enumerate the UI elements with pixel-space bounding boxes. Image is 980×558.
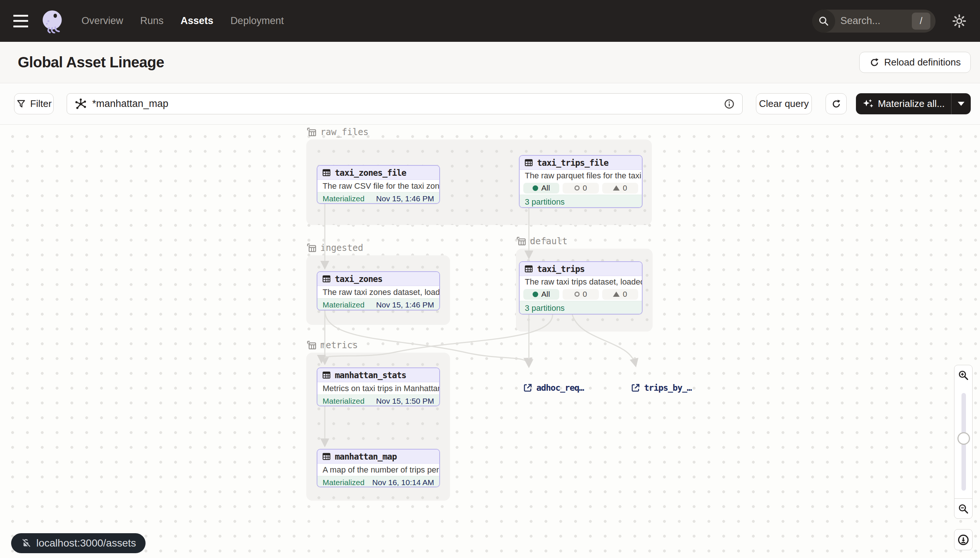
external-asset-name: trips_by_…: [644, 383, 692, 392]
asset-node-taxi-zones[interactable]: taxi_zones The raw taxi zones dataset, l…: [317, 271, 440, 310]
status-badge: Materialized: [323, 300, 364, 309]
lineage-canvas[interactable]: raw_files ingested default metrics: [0, 125, 980, 558]
partition-badge-missing[interactable]: 0: [563, 183, 598, 194]
zoom-in-button[interactable]: [954, 365, 973, 385]
group-label-raw-files[interactable]: raw_files: [306, 127, 369, 137]
search-icon: [812, 10, 835, 33]
asset-node-taxi-trips-file[interactable]: taxi_trips_file The raw parquet files fo…: [519, 155, 642, 208]
partition-badge-failed[interactable]: 0: [602, 289, 638, 300]
group-name: ingested: [320, 243, 363, 253]
partition-badge-all[interactable]: All: [523, 183, 559, 194]
graph-query-icon: [74, 98, 87, 110]
partition-badge-failed[interactable]: 0: [602, 183, 638, 194]
nav-item-overview[interactable]: Overview: [81, 15, 124, 27]
failed-triangle-icon: [613, 185, 619, 190]
hamburger-menu-icon[interactable]: [13, 15, 28, 27]
zoom-in-icon: [958, 370, 969, 381]
partition-badge-label: All: [541, 184, 550, 192]
materialize-all-main[interactable]: Materialize all...: [856, 93, 952, 114]
table-icon: [322, 168, 331, 177]
zoom-slider[interactable]: [954, 385, 973, 499]
page-header: Global Asset Lineage Reload definitions: [0, 42, 980, 83]
chevron-down-icon: [958, 102, 964, 106]
group-label-default[interactable]: default: [516, 236, 567, 246]
partitions-count: 3 partitions: [520, 301, 642, 315]
zoom-out-button[interactable]: [954, 499, 973, 519]
nav-links: Overview Runs Assets Deployment: [81, 15, 284, 27]
status-badge: Materialized: [323, 397, 364, 405]
asset-name: taxi_trips_file: [537, 158, 608, 167]
top-nav-bar: Overview Runs Assets Deployment Search..…: [0, 0, 980, 42]
lineage-toolbar: Filter *manhattan_map Clear query: [0, 83, 980, 125]
asset-node-manhattan-map[interactable]: manhattan_map A map of the number of tri…: [317, 449, 440, 487]
partition-badge-all[interactable]: All: [523, 289, 559, 300]
group-layers-icon: [306, 127, 317, 137]
search-input[interactable]: Search... /: [812, 10, 936, 33]
gear-icon[interactable]: [952, 14, 967, 28]
group-name: raw_files: [320, 127, 369, 137]
group-name: default: [530, 236, 567, 246]
sparkle-icon: [862, 98, 873, 110]
partition-badge-missing[interactable]: 0: [563, 289, 598, 300]
filter-funnel-icon: [16, 99, 26, 109]
nav-item-deployment[interactable]: Deployment: [231, 15, 284, 27]
group-layers-icon: [516, 236, 526, 246]
status-url-text: localhost:3000/assets: [36, 537, 136, 549]
info-icon[interactable]: [724, 98, 735, 110]
asset-description: A map of the number of trips per taxi z.…: [318, 464, 439, 476]
asset-node-manhattan-stats[interactable]: manhattan_stats Metrics on taxi trips in…: [317, 368, 440, 406]
search-placeholder: Search...: [840, 15, 912, 27]
filter-button-label: Filter: [30, 98, 52, 110]
materialized-dot-icon: [533, 185, 538, 191]
table-icon: [322, 274, 331, 284]
asset-name: manhattan_map: [335, 452, 397, 461]
external-link-icon: [523, 383, 533, 392]
asset-description: The raw CSV file for the taxi zones dat.…: [318, 180, 439, 192]
asset-name: manhattan_stats: [335, 370, 406, 380]
partition-badge-label: 0: [583, 290, 587, 299]
partition-badge-label: 0: [583, 184, 587, 192]
group-name: metrics: [320, 340, 358, 350]
external-asset-trips-by[interactable]: trips_by_…: [631, 383, 692, 392]
group-label-metrics[interactable]: metrics: [306, 340, 358, 350]
reload-definitions-button[interactable]: Reload definitions: [859, 52, 971, 73]
asset-description: The raw taxi zones dataset, loaded int..…: [318, 286, 439, 298]
asset-node-taxi-zones-file[interactable]: taxi_zones_file The raw CSV file for the…: [317, 165, 440, 204]
zoom-slider-handle[interactable]: [957, 432, 970, 445]
dagster-logo-icon[interactable]: [41, 9, 65, 33]
browser-status-bubble: localhost:3000/assets: [11, 533, 145, 553]
group-layers-icon: [306, 340, 317, 350]
zoom-out-icon: [958, 503, 969, 514]
page-title: Global Asset Lineage: [18, 54, 164, 71]
table-icon: [524, 264, 533, 274]
materialize-dropdown-toggle[interactable]: [952, 93, 971, 114]
download-image-button[interactable]: [954, 529, 973, 550]
partition-badge-label: 0: [623, 290, 627, 299]
failed-triangle-icon: [613, 292, 619, 297]
materialization-timestamp: Nov 15, 1:50 PM: [376, 397, 434, 405]
group-layers-icon: [306, 243, 317, 253]
status-badge: Materialized: [323, 478, 364, 487]
materialize-all-button[interactable]: Materialize all...: [856, 93, 971, 114]
partition-badge-label: 0: [623, 184, 627, 192]
missing-ring-icon: [575, 292, 580, 297]
asset-description: The raw parquet files for the taxi trips…: [520, 170, 642, 181]
group-label-ingested[interactable]: ingested: [306, 243, 363, 253]
asset-node-taxi-trips[interactable]: taxi_trips The raw taxi trips dataset, l…: [519, 261, 642, 315]
external-asset-adhoc-request[interactable]: adhoc_req…: [523, 383, 584, 392]
filter-button[interactable]: Filter: [14, 93, 54, 114]
nav-item-assets[interactable]: Assets: [181, 15, 214, 27]
partition-badge-label: All: [541, 290, 550, 299]
status-badge: Materialized: [323, 194, 364, 203]
insecure-lock-icon: [21, 538, 31, 548]
materialization-timestamp: Nov 15, 1:46 PM: [376, 300, 434, 309]
asset-selection-value: *manhattan_map: [92, 98, 718, 110]
zoom-slider-track[interactable]: [962, 393, 966, 491]
refresh-graph-button[interactable]: [825, 93, 847, 114]
missing-ring-icon: [575, 185, 580, 190]
asset-name: taxi_zones: [335, 274, 382, 284]
clear-query-button[interactable]: Clear query: [756, 93, 812, 114]
external-asset-name: adhoc_req…: [536, 383, 584, 392]
nav-item-runs[interactable]: Runs: [140, 15, 164, 27]
asset-selection-input[interactable]: *manhattan_map: [67, 93, 743, 114]
